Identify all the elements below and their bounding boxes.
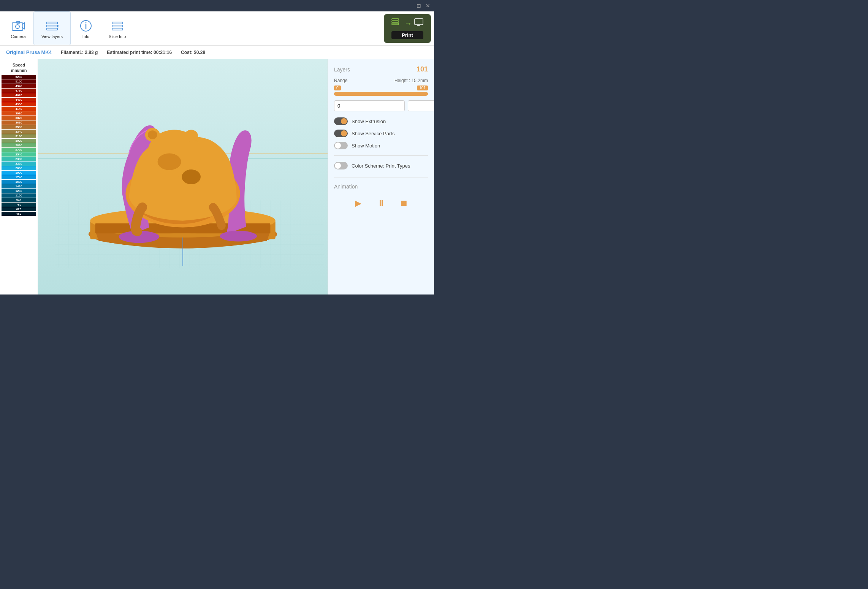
speed-value: 5100 [3,80,35,83]
show-extrusion-label: Show Extrusion [352,119,386,124]
play-button[interactable]: ▶ [351,196,366,211]
speed-value: 5260 [3,75,35,79]
speed-value: 2380 [3,157,35,161]
range-input-max[interactable] [408,100,434,111]
speed-item: 3820 [2,116,36,120]
svg-rect-16 [392,19,399,20]
speed-value: 2060 [3,166,35,170]
animation-controls: ▶ ⏸ ⏹ [334,196,428,211]
speed-value: 3660 [3,121,35,124]
print-time-stat: Estimated print time: 00:21:16 [107,50,172,55]
show-service-parts-toggle[interactable] [334,130,348,137]
speed-value: 3820 [3,116,35,120]
monitor-icon [414,18,423,28]
speed-item: 780 [2,203,36,207]
toggle-rows: Show Extrusion Show Service Parts Show M… [334,117,428,149]
pause-button[interactable]: ⏸ [374,196,389,211]
layers-count: 101 [417,65,428,73]
range-inputs [334,100,428,111]
toolbar-item-camera[interactable]: Camera [3,11,33,45]
speed-value: 4460 [3,98,35,101]
info-label: Info [82,34,89,39]
printer-name: Original Prusa MK4 [6,49,52,55]
speed-value: 3180 [3,135,35,138]
time-value: 00:21:16 [154,50,172,55]
speed-value: 620 [3,207,35,211]
filament-label: Filament1: [61,50,84,55]
range-row: Range Height : 15.2mm [334,78,428,83]
speed-value: 3980 [3,112,35,115]
speed-value: 780 [3,203,35,206]
speed-item: 4140 [2,107,36,111]
close-button[interactable]: ✕ [425,3,431,9]
show-motion-toggle[interactable] [334,142,348,149]
camera-icon [11,18,26,33]
speed-item: 1260 [2,189,36,193]
toolbar-item-view-layers[interactable]: View layers [33,11,71,45]
view-layers-label: View layers [41,34,63,39]
speed-value: 3340 [3,130,35,133]
speed-item: 2220 [2,162,36,166]
layers-title: Layers [334,66,350,73]
filament-stat: Filament1: 2.83 g [61,50,98,55]
speed-value: 4300 [3,103,35,106]
svg-rect-1 [17,21,20,23]
time-label: Estimated print time: [107,50,152,55]
svg-point-26 [220,231,257,241]
svg-point-10 [86,22,87,23]
camera-label: Camera [11,34,25,39]
speed-value: 1580 [3,180,35,184]
svg-rect-11 [112,28,123,30]
speed-value: 3500 [3,125,35,129]
speed-value: 1420 [3,185,35,188]
speed-item: 1100 [2,193,36,198]
color-scheme-toggle[interactable] [334,162,348,169]
svg-point-30 [158,153,181,170]
show-service-parts-label: Show Service Parts [352,131,394,136]
speed-item: 3180 [2,134,36,138]
speed-value: 1740 [3,176,35,179]
print-icon-area: → [391,18,423,29]
speed-item: 4300 [2,102,36,106]
speed-item: 2380 [2,157,36,161]
color-scheme-knob [335,163,341,169]
speed-value: 4940 [3,84,35,88]
speed-legend: Speedmm/min 5260510049404780462044604300… [0,59,38,294]
svg-rect-12 [112,25,123,27]
speed-value: 2700 [3,148,35,152]
viewport[interactable] [38,59,328,294]
speed-item: 460 [2,212,36,216]
range-slider[interactable] [334,92,428,96]
divider-2 [334,177,428,177]
toggle-show-motion: Show Motion [334,142,428,149]
speed-value: 4620 [3,93,35,97]
stop-button[interactable]: ⏹ [396,196,412,211]
range-pills: 0 101 [334,86,428,90]
range-input-min[interactable] [334,100,405,111]
layers-icon [391,18,402,29]
print-button[interactable]: → Print [384,14,431,43]
svg-point-33 [184,130,198,142]
speed-item: 4780 [2,89,36,93]
svg-rect-0 [12,23,23,30]
speed-item: 620 [2,207,36,211]
toolbar-item-slice-info[interactable]: Slice Info [101,11,133,45]
speed-value: 4780 [3,89,35,92]
slice-info-icon [110,18,125,33]
speed-item: 3980 [2,111,36,116]
speed-item: 2700 [2,148,36,152]
toolbar-item-info[interactable]: Info [71,11,101,45]
speed-value: 1260 [3,189,35,193]
speed-item: 5100 [2,79,36,84]
restore-button[interactable]: ⊡ [416,3,422,9]
speed-value: 1900 [3,171,35,174]
show-motion-knob [335,142,341,149]
status-bar: Original Prusa MK4 Filament1: 2.83 g Est… [0,46,434,59]
svg-point-34 [182,169,201,184]
speed-item: 2540 [2,152,36,157]
speed-value: 2220 [3,162,35,165]
toggle-show-service-parts: Show Service Parts [334,130,428,137]
speed-item: 5260 [2,75,36,79]
model-svg [38,59,328,294]
show-extrusion-toggle[interactable] [334,117,348,125]
